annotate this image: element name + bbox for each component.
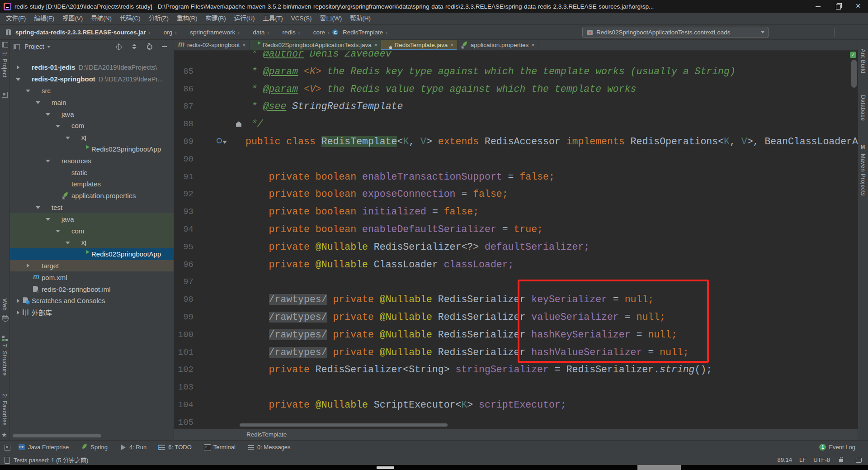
editor-tab-1[interactable]: Redis02SpringbootApplicationTests.java× — [250, 40, 382, 50]
tool-window-button-spring[interactable]: Spring — [80, 443, 108, 451]
line-number[interactable]: 98 — [174, 291, 193, 309]
line-number[interactable]: 104 — [174, 396, 193, 414]
tree-row-18[interactable]: pom.xml — [10, 271, 174, 283]
code-line[interactable]: 92 private boolean exposeConnection = fa… — [174, 185, 858, 203]
chevron-expanded-icon[interactable] — [34, 99, 42, 106]
line-number[interactable]: 99 — [174, 309, 193, 326]
file-encoding[interactable]: UTF-8 — [813, 456, 830, 463]
tree-row-19[interactable]: redis-02-springboot.iml — [10, 283, 174, 295]
code-line[interactable]: 104 private @Nullable ScriptExecutor<K> … — [174, 396, 858, 414]
tree-row-6[interactable]: xj — [10, 132, 174, 143]
chevron-expanded-icon[interactable] — [44, 157, 52, 164]
line-number[interactable]: 100 — [174, 326, 193, 344]
tool-window-button-terminal[interactable]: Terminal — [203, 443, 236, 451]
caret-position[interactable]: 89:14 — [777, 456, 792, 463]
globe-icon[interactable] — [1, 314, 9, 322]
tree-row-17[interactable]: target — [10, 260, 174, 272]
code-line[interactable]: 100 /rawtypes/ private @Nullable RedisSe… — [174, 326, 858, 344]
menu-item-8[interactable]: 运行(U) — [230, 13, 259, 24]
inspection-status-icon[interactable]: ✓ — [850, 52, 856, 58]
code-line[interactable]: 97 — [174, 273, 858, 291]
run-configuration-select[interactable]: Redis02SpringbootApplicationTests.contex… — [582, 27, 769, 38]
code-line[interactable]: 103 — [174, 379, 858, 396]
code-line[interactable]: 93 private boolean initialized = false; — [174, 203, 858, 221]
line-number[interactable]: 85 — [174, 63, 193, 81]
tool-window-button-0-messages[interactable]: 0: Messages — [247, 443, 291, 451]
tree-row-13[interactable]: java — [10, 213, 174, 225]
override-gutter-icon[interactable] — [217, 138, 222, 143]
tool-window-button-4-run[interactable]: 4: Run — [119, 443, 146, 451]
tree-row-16[interactable]: Redis02SpringbootApp — [10, 248, 174, 260]
line-number[interactable]: 88 — [174, 115, 193, 133]
editor-tab-2[interactable]: RedisTemplate.java× — [381, 40, 457, 50]
structure-icon[interactable] — [1, 335, 9, 342]
tool-window-button-6-todo[interactable]: 6: TODO — [158, 443, 192, 451]
code-line[interactable]: 102 private RedisSerializer<String> stri… — [174, 361, 858, 379]
code-line[interactable]: 91 private boolean enableTransactionSupp… — [174, 168, 858, 186]
editor-vscrollbar[interactable] — [851, 60, 857, 88]
chevron-expanded-icon[interactable] — [24, 87, 32, 94]
tree-row-1[interactable]: redis-02-springbootD:\IDEA2019\IdeaPr... — [10, 73, 174, 85]
tab-close-icon[interactable]: × — [531, 42, 535, 48]
close-button[interactable] — [848, 0, 868, 13]
menu-item-11[interactable]: 窗口(W) — [316, 13, 346, 24]
event-log-button[interactable]: 1 Event Log — [819, 444, 855, 451]
maximize-button[interactable] — [828, 0, 848, 13]
chevron-down-icon[interactable] — [47, 46, 51, 48]
line-number[interactable]: 102 — [174, 361, 193, 379]
tree-row-12[interactable]: test — [10, 202, 174, 214]
code-line[interactable]: 89public class RedisTemplate<K, V> exten… — [174, 133, 858, 151]
breadcrumb-item-1[interactable]: org — [153, 28, 173, 36]
code-line[interactable]: 101 /rawtypes/ private @Nullable RedisSe… — [174, 344, 858, 361]
stripe-label-structure[interactable]: 7: Structure — [1, 344, 8, 376]
code-line[interactable]: 95 private @Nullable RedisSerializer<?> … — [174, 238, 858, 256]
stripe-label-database[interactable]: Database — [860, 95, 866, 121]
line-number[interactable]: 95 — [174, 238, 193, 256]
project-tree-hscrollbar[interactable] — [13, 434, 101, 437]
locate-file-icon[interactable] — [115, 43, 123, 51]
chevron-collapsed-icon[interactable] — [14, 309, 22, 316]
code-line[interactable]: 99 /rawtypes/ private @Nullable RedisSer… — [174, 309, 858, 326]
stripe-label-maven-projects[interactable]: Maven Projects — [860, 154, 866, 196]
breadcrumb-item-6[interactable]: RedisTemplate — [332, 28, 383, 36]
tab-close-icon[interactable]: × — [242, 42, 246, 48]
collapse-all-icon[interactable] — [130, 43, 138, 51]
tab-pane-icon[interactable] — [1, 90, 9, 98]
menu-item-3[interactable]: 导航(N) — [87, 13, 116, 24]
menu-item-12[interactable]: 帮助(H) — [346, 13, 375, 24]
code-line[interactable]: 94 private boolean enableDefaultSerializ… — [174, 221, 858, 238]
chevron-expanded-icon[interactable] — [44, 110, 52, 118]
tool-window-switcher-icon[interactable] — [4, 443, 12, 451]
line-number[interactable]: 101 — [174, 344, 193, 361]
chevron-expanded-icon[interactable] — [54, 122, 61, 129]
menu-item-6[interactable]: 重构(R) — [173, 13, 202, 24]
menu-item-10[interactable]: VCS(S) — [287, 13, 316, 24]
chevron-collapsed-icon[interactable] — [24, 262, 32, 269]
tree-row-11[interactable]: application.properties — [10, 190, 174, 202]
chevron-expanded-icon[interactable] — [64, 239, 71, 246]
stripe-label-project[interactable]: 1: Project — [1, 52, 8, 78]
tree-row-7[interactable]: Redis02SpringbootApp — [10, 143, 174, 155]
chevron-collapsed-icon[interactable] — [14, 64, 22, 71]
test-status-icon[interactable] — [4, 456, 12, 464]
tree-row-0[interactable]: redis-01-jedisD:\IDEA2019\IdeaProjects\ — [10, 62, 174, 73]
line-number[interactable]: 103 — [174, 379, 193, 396]
menu-item-5[interactable]: 分析(Z) — [145, 13, 173, 24]
editor-hscrollbar[interactable] — [240, 423, 448, 427]
code-line[interactable]: 98 /rawtypes/ private @Nullable RedisSer… — [174, 291, 858, 309]
breadcrumb-item-5[interactable]: core — [302, 28, 325, 36]
line-number[interactable]: 94 — [174, 221, 193, 238]
menu-item-7[interactable]: 构建(B) — [202, 13, 230, 24]
tree-row-14[interactable]: com — [10, 225, 174, 237]
stripe-label-favorites[interactable]: 2: Favorites — [1, 394, 8, 426]
chevron-expanded-icon[interactable] — [54, 227, 61, 234]
tree-row-15[interactable]: xj — [10, 237, 174, 248]
line-number[interactable]: 86 — [174, 81, 193, 98]
tab-close-icon[interactable]: × — [374, 42, 378, 48]
tree-row-10[interactable]: templates — [10, 178, 174, 190]
line-ending[interactable]: LF — [799, 456, 806, 463]
breadcrumb-item-3[interactable]: data — [242, 28, 264, 36]
breadcrumb-item-0[interactable]: spring-data-redis-2.3.3.RELEASE-sources.… — [5, 28, 146, 36]
code-line[interactable]: 87 * @see StringRedisTemplate — [174, 98, 858, 115]
menu-item-2[interactable]: 视图(V) — [58, 13, 87, 24]
